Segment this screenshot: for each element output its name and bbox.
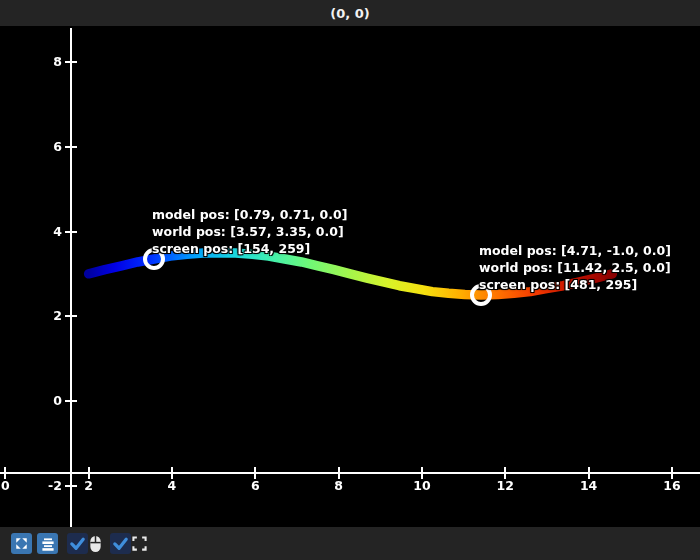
world-pos-text: world pos: [11.42, 2.5, 0.0] [479, 259, 671, 276]
fullscreen-indicator[interactable] [132, 533, 147, 554]
y-tick-mark [65, 400, 77, 402]
screen-pos-text: screen pos: [481, 295] [479, 276, 671, 293]
x-tick-label: 6 [251, 478, 260, 493]
screen-pos-text: screen pos: [154, 259] [152, 240, 347, 257]
x-axis-line [0, 472, 700, 474]
y-tick-mark [65, 231, 77, 233]
mouse-indicator[interactable] [88, 533, 103, 554]
y-tick-mark [65, 315, 77, 317]
y-tick-label: 4 [0, 224, 62, 240]
expand-arrows-icon [14, 536, 29, 551]
y-tick-label: 0 [0, 393, 62, 409]
checkbox-checked-icon [111, 534, 130, 553]
bottom-toolbar [0, 527, 700, 560]
fit-view-button[interactable] [11, 533, 32, 554]
model-pos-text: model pos: [4.71, -1.0, 0.0] [479, 242, 671, 259]
window-title: (0, 0) [330, 6, 369, 21]
model-pos-text: model pos: [0.79, 0.71, 0.0] [152, 206, 347, 223]
x-tick-label: 8 [334, 478, 343, 493]
mouse-toggle-checkbox[interactable] [67, 533, 88, 554]
fullscreen-brackets-icon [132, 536, 147, 551]
mouse-icon [88, 534, 103, 554]
x-tick-label: 12 [497, 478, 514, 493]
marker-annotation: model pos: [0.79, 0.71, 0.0] world pos: … [152, 206, 347, 257]
checkbox-checked-icon [68, 534, 87, 553]
x-tick-label: 10 [413, 478, 430, 493]
title-bar: (0, 0) [0, 0, 700, 26]
marker-annotation: model pos: [4.71, -1.0, 0.0] world pos: … [479, 242, 671, 293]
y-tick-label: 8 [0, 54, 62, 70]
x-tick-label: 2 [84, 478, 93, 493]
app-window: (0, 0) 0246810121416 86420-2 model pos: … [0, 0, 700, 560]
x-tick-label: 16 [663, 478, 680, 493]
y-tick-mark [65, 485, 77, 487]
y-tick-label: -2 [0, 478, 62, 494]
x-tick-label: 14 [580, 478, 597, 493]
y-tick-label: 2 [0, 308, 62, 324]
y-tick-label: 6 [0, 139, 62, 155]
y-tick-mark [65, 146, 77, 148]
center-view-button[interactable] [37, 533, 58, 554]
fullscreen-toggle-checkbox[interactable] [110, 533, 131, 554]
y-tick-mark [65, 61, 77, 63]
align-center-lines-icon [40, 536, 56, 552]
y-axis-line [70, 28, 72, 527]
world-pos-text: world pos: [3.57, 3.35, 0.0] [152, 223, 347, 240]
x-tick-label: 4 [168, 478, 177, 493]
